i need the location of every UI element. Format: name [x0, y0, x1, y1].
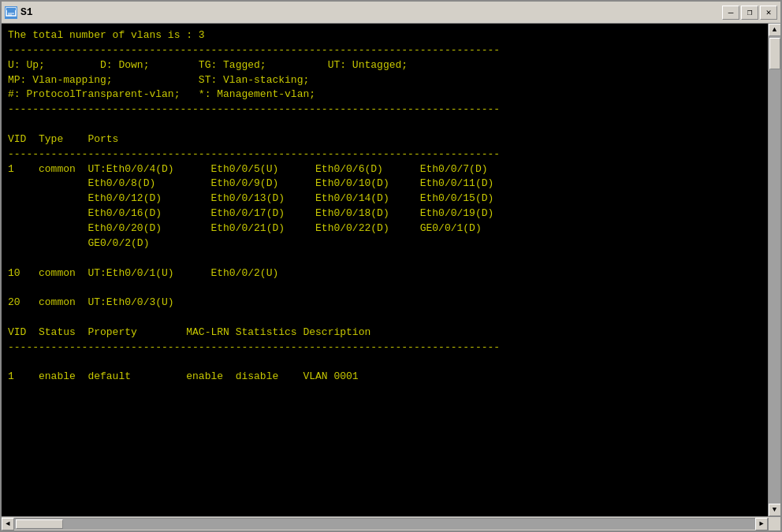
- terminal-window: S1 — ❐ ✕ The total number of vlans is : …: [0, 0, 782, 532]
- scroll-track-vertical[interactable]: [769, 36, 780, 504]
- horizontal-scrollbar[interactable]: ◄ ►: [2, 518, 768, 530]
- title-bar-left: S1: [5, 6, 33, 19]
- window-title: S1: [20, 6, 33, 18]
- scroll-thumb-horizontal[interactable]: [16, 519, 63, 529]
- content-area: The total number of vlans is : 3 -------…: [2, 24, 780, 516]
- scroll-right-button[interactable]: ►: [755, 518, 768, 530]
- restore-button[interactable]: ❐: [741, 6, 758, 20]
- window-controls: — ❐ ✕: [722, 6, 777, 20]
- window-icon: [5, 6, 17, 19]
- scrollbar-corner: [768, 518, 780, 530]
- scroll-down-button[interactable]: ▼: [769, 504, 781, 516]
- bottom-bar: ◄ ►: [2, 516, 780, 530]
- scroll-thumb-vertical[interactable]: [769, 38, 780, 69]
- scroll-left-button[interactable]: ◄: [2, 518, 14, 530]
- vertical-scrollbar[interactable]: ▲ ▼: [768, 24, 780, 516]
- svg-rect-1: [6, 8, 16, 10]
- terminal-output[interactable]: The total number of vlans is : 3 -------…: [2, 24, 768, 516]
- scroll-up-button[interactable]: ▲: [769, 24, 781, 36]
- close-button[interactable]: ✕: [760, 6, 777, 20]
- scroll-track-horizontal[interactable]: [14, 519, 755, 530]
- minimize-button[interactable]: —: [722, 6, 739, 20]
- title-bar: S1 — ❐ ✕: [2, 2, 780, 24]
